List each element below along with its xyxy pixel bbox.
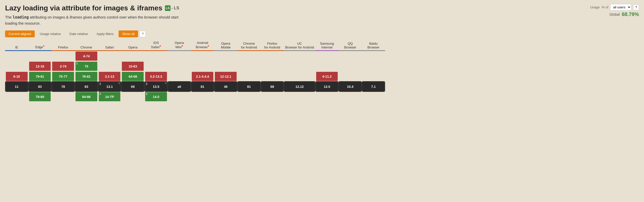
cell-ios-safari-4: 214.0 <box>144 92 168 102</box>
table-row: 12-182-7417510-63 <box>5 61 385 71</box>
header-chrome-android: Chromefor Android <box>237 39 261 51</box>
cell-edge-1: 12-18 <box>28 61 52 71</box>
cell-opera-mobile-2: 12-12.1 <box>214 71 237 81</box>
show-all-button[interactable]: Show all <box>119 30 138 37</box>
cell-chrome-android-4 <box>237 92 261 102</box>
cell-android-browser-3: 81 <box>191 81 214 92</box>
cell-opera-mini-3: all <box>168 81 191 92</box>
users-select[interactable]: all users <box>610 4 631 10</box>
usage-relative-button[interactable]: Usage relative <box>36 30 64 37</box>
cell-ios-safari-2: 3.2-13.3 <box>144 71 168 81</box>
cell-opera-mobile-3: 46 <box>214 81 237 92</box>
desc-code: loading <box>13 15 29 20</box>
current-aligned-button[interactable]: Current aligned <box>5 30 35 37</box>
cell-qq-3: 10.4 <box>338 81 362 92</box>
ls-label: - LS <box>172 6 179 10</box>
cell-edge-2: 79-81 <box>28 71 52 81</box>
cell-ie-0 <box>5 51 28 61</box>
cell-firefox-4 <box>51 92 75 102</box>
cell-safari-3: 213.1 <box>98 81 121 92</box>
ls-icon: LS <box>165 5 171 11</box>
apply-filters-button[interactable]: Apply filters <box>93 30 117 37</box>
filters-row: Current aligned Usage relative Date rela… <box>5 30 639 37</box>
cell-opera-2: 64-68 <box>121 71 144 81</box>
header-opera: Opera <box>121 39 144 51</box>
cell-uc-browser-1 <box>284 61 315 71</box>
cell-firefox-3: 78 <box>51 81 75 92</box>
header-safari: Safari <box>98 39 121 51</box>
cell-ie-2: 6-10 <box>5 71 28 81</box>
header-baidu: BaiduBrowser <box>362 39 385 51</box>
date-relative-button[interactable]: Date relative <box>66 30 91 37</box>
cell-samsung-1 <box>315 61 339 71</box>
cell-uc-browser-2 <box>284 71 315 81</box>
header-uc-browser: UCBrowser for Android <box>284 39 315 51</box>
cell-chrome-1: 175 <box>75 61 98 71</box>
usage-label: Usage <box>590 5 600 9</box>
cell-chrome-android-2 <box>237 71 261 81</box>
cell-ios-safari-3: 213.5 <box>144 81 168 92</box>
cell-baidu-0 <box>362 51 385 61</box>
cell-baidu-2 <box>362 71 385 81</box>
cell-chrome-2: 76-81 <box>75 71 98 81</box>
header-chrome: Chrome <box>75 39 98 51</box>
cell-android-browser-4 <box>191 92 214 102</box>
table-row: 4-74 <box>5 51 385 61</box>
header-samsung: SamsungInternet <box>315 39 339 51</box>
cell-chrome-android-3: 81 <box>237 81 261 92</box>
cell-firefox-android-0 <box>261 51 284 61</box>
cell-firefox-android-4 <box>261 92 284 102</box>
cell-safari-0 <box>98 51 121 61</box>
header-firefox: Firefox <box>51 39 75 51</box>
header-edge: Edge* <box>28 39 52 51</box>
global-label: Global <box>610 12 620 16</box>
cell-android-browser-0 <box>191 51 214 61</box>
usage-panel: Usage % of all users ? Global 68.79% <box>568 4 639 17</box>
description: The loading attributing on images & ifra… <box>5 14 182 26</box>
page-title-text: Lazy loading via attribute for images & … <box>5 4 162 12</box>
cell-chrome-3: 83 <box>75 81 98 92</box>
cell-baidu-1 <box>362 61 385 71</box>
usage-help-button[interactable]: ? <box>633 5 639 10</box>
cell-firefox-android-2 <box>261 71 284 81</box>
cell-chrome-android-1 <box>237 61 261 71</box>
cell-qq-2 <box>338 71 362 81</box>
cell-qq-4 <box>338 92 362 102</box>
cell-safari-1 <box>98 61 121 71</box>
cell-safari-2: 3.1-13 <box>98 71 121 81</box>
cell-opera-mobile-4 <box>214 92 237 102</box>
global-percent: 68.79% <box>622 11 639 17</box>
cell-opera-1: 10-63 <box>121 61 144 71</box>
cell-firefox-1: 2-74 <box>51 61 75 71</box>
cell-samsung-2: 4-11.2 <box>315 71 339 81</box>
cell-samsung-3: 12.0 <box>315 81 339 92</box>
cell-edge-0 <box>28 51 52 61</box>
cell-opera-0 <box>121 51 144 61</box>
cell-uc-browser-3: 12.12 <box>284 81 315 92</box>
cell-edge-4: 79-80 <box>28 92 52 102</box>
cell-samsung-4 <box>315 92 339 102</box>
title-area: Lazy loading via attribute for images & … <box>5 4 568 26</box>
cell-safari-4: 214-TP <box>98 92 121 102</box>
browser-table-wrapper: IEEdge*FirefoxChromeSafariOperaiOSSafari… <box>5 39 639 102</box>
filters-help-button[interactable]: ? <box>140 31 146 37</box>
page-title: Lazy loading via attribute for images & … <box>5 4 568 12</box>
table-row: 6-1079-8175-7776-813.1-1364-683.2-13.32.… <box>5 71 385 81</box>
cell-opera-mini-1 <box>168 61 191 71</box>
cell-ie-3: 11 <box>5 81 28 92</box>
cell-qq-0 <box>338 51 362 61</box>
cell-firefox-0 <box>51 51 75 61</box>
header-ios-safari: iOSSafari* <box>144 39 168 51</box>
page-wrapper: Lazy loading via attribute for images & … <box>0 0 644 104</box>
cell-opera-4 <box>121 92 144 102</box>
header-row: Lazy loading via attribute for images & … <box>5 4 639 26</box>
cell-chrome-0: 4-74 <box>75 51 98 61</box>
cell-ie-4 <box>5 92 28 102</box>
usage-row: Usage % of all users ? <box>568 4 639 10</box>
cell-qq-1 <box>338 61 362 71</box>
cell-uc-browser-4 <box>284 92 315 102</box>
cell-firefox-android-1 <box>261 61 284 71</box>
cell-baidu-4 <box>362 92 385 102</box>
ls-badge: LS - LS <box>165 5 179 11</box>
header-ie: IE <box>5 39 28 51</box>
